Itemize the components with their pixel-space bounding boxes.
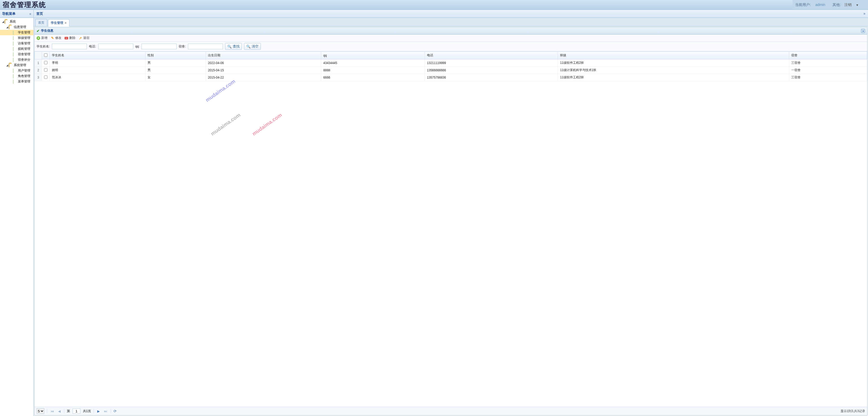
tree-node-班级管理[interactable]: 班级管理 — [0, 35, 33, 41]
content-title: ✔ 学生信息 — [36, 29, 53, 33]
watermark: mudaima.com — [251, 112, 283, 137]
folder-icon — [9, 63, 9, 67]
collapse-sidebar-icon[interactable]: « — [29, 12, 31, 16]
breadcrumb: 首页 — [36, 11, 43, 16]
file-icon — [13, 80, 13, 84]
dorm-input[interactable] — [188, 43, 223, 49]
breadcrumb-bar: 首页 » — [34, 10, 868, 18]
panel-collapse-button[interactable]: ▴ — [861, 29, 865, 33]
add-button[interactable]: +新增 — [36, 36, 48, 40]
qq-input[interactable] — [142, 43, 177, 49]
tree-label: 损耗管理 — [18, 47, 30, 51]
clear-button[interactable]: 🔍清空 — [244, 43, 261, 50]
search-bar: 学生姓名: 电话: qq: 宿舍: 🔍查找 🔍清空 — [34, 42, 867, 51]
content-panel: ✔ 学生信息 ▴ +新增 ✎修改 −删除 ↗退宿 学生姓名: 电话: qq: 宿… — [34, 27, 867, 415]
watermark: mudaima.com — [205, 78, 237, 103]
tab-首页[interactable]: 首页 — [35, 19, 47, 26]
tree-node-用户管理[interactable]: 用户管理 — [0, 68, 33, 73]
column-header[interactable]: qq — [321, 52, 425, 59]
tree-label: 班级管理 — [18, 36, 30, 40]
add-icon: + — [36, 36, 40, 40]
file-icon — [13, 47, 13, 51]
column-header[interactable]: 性别 — [146, 52, 206, 59]
tree-node-系统[interactable]: ◢系统 — [0, 19, 33, 24]
tree-node-宿舍管理[interactable]: 宿舍管理 — [0, 52, 33, 57]
column-header[interactable]: 电话 — [425, 52, 558, 59]
tree-label: 学生管理 — [18, 30, 30, 35]
column-header[interactable]: 出生日期 — [206, 52, 321, 59]
prev-page-button[interactable]: ◀ — [57, 409, 61, 413]
data-grid: 学生姓名性别出生日期qq电话班级宿舍 1李明男2022-04-064343444… — [34, 51, 867, 81]
collapse-right-icon[interactable]: » — [863, 11, 865, 16]
watermark: mudaima.com — [210, 112, 242, 137]
tree-node-损耗管理[interactable]: 损耗管理 — [0, 46, 33, 52]
page-label: 第 — [67, 409, 70, 413]
search-button[interactable]: 🔍查找 — [225, 43, 242, 50]
phone-input[interactable] — [98, 43, 133, 49]
content-header: ✔ 学生信息 ▴ — [34, 27, 867, 34]
column-header[interactable]: 宿舍 — [789, 52, 867, 59]
row-checkbox[interactable] — [44, 68, 48, 71]
dorm-label: 宿舍: — [179, 44, 186, 49]
table-row[interactable]: 3范冰冰女2015-04-2266661357579883611级软件工程2班三… — [35, 74, 867, 81]
app-header: 宿舍管理系统 当前用户: admin 其他: 注销 ▾ — [0, 0, 868, 10]
tree-node-学生管理[interactable]: 学生管理 — [0, 30, 33, 35]
pencil-icon: ✎ — [51, 36, 54, 40]
current-user: admin — [815, 3, 825, 7]
last-page-button[interactable]: ⏭ — [103, 409, 108, 413]
column-header[interactable]: 班级 — [558, 52, 789, 59]
select-all-checkbox[interactable] — [44, 53, 48, 57]
table-row[interactable]: 1李明男2022-04-06434344451321111999911级软件工程… — [35, 59, 867, 67]
expand-arrow-icon[interactable]: ◢ — [6, 64, 9, 67]
tree-label: 系统管理 — [14, 63, 26, 67]
table-row[interactable]: 2姚明男2015-04-1588881356666666611级计算机科学与技术… — [35, 67, 867, 74]
file-icon — [13, 41, 13, 46]
pager-left: 5 ⏮ ◀ 第 共1页 ▶ ⏭ ⟳ — [36, 408, 117, 414]
next-page-button[interactable]: ▶ — [96, 409, 101, 413]
row-checkbox[interactable] — [44, 76, 48, 79]
tree-label: 角色管理 — [18, 74, 30, 78]
edit-button[interactable]: ✎修改 — [51, 36, 61, 40]
expand-arrow-icon[interactable]: ◢ — [6, 26, 9, 29]
pager: 5 ⏮ ◀ 第 共1页 ▶ ⏭ ⟳ 显示1到3,共3记录 — [34, 407, 867, 415]
tab-strip: 首页学生管理✕ — [34, 18, 868, 26]
checkout-button[interactable]: ↗退宿 — [79, 36, 89, 40]
expand-arrow-icon[interactable]: ◢ — [2, 20, 5, 23]
row-checkbox[interactable] — [44, 61, 48, 64]
grid-wrap: 学生姓名性别出生日期qq电话班级宿舍 1李明男2022-04-064343444… — [34, 51, 867, 407]
delete-button[interactable]: −删除 — [65, 36, 75, 40]
tree-node-角色管理[interactable]: 角色管理 — [0, 73, 33, 79]
app-logo: 宿舍管理系统 — [0, 0, 46, 9]
folder-icon — [9, 25, 9, 29]
refresh-button[interactable]: ⟳ — [114, 409, 117, 413]
page-size-select[interactable]: 5 — [36, 408, 44, 414]
tree-label: 菜单管理 — [18, 79, 30, 84]
file-icon — [13, 36, 13, 40]
tree-node-信息管理[interactable]: ◢信息管理 — [0, 24, 33, 30]
minus-icon: − — [65, 37, 68, 39]
check-icon: ✔ — [36, 29, 40, 33]
tree-node-系统管理[interactable]: ◢系统管理 — [0, 62, 33, 68]
tab-学生管理[interactable]: 学生管理✕ — [48, 19, 69, 26]
sidebar: 导航菜单 « ◢系统◢信息管理学生管理班级管理访客管理损耗管理宿舍管理宿舍评分◢… — [0, 10, 34, 416]
file-icon — [13, 58, 13, 62]
tree-label: 系统 — [9, 20, 16, 24]
search-icon: 🔍 — [227, 44, 232, 49]
logout-button[interactable]: 注销 ▾ — [844, 3, 862, 7]
page-input[interactable] — [72, 409, 81, 414]
total-pages: 共1页 — [83, 409, 91, 413]
nav-tree: ◢系统◢信息管理学生管理班级管理访客管理损耗管理宿舍管理宿舍评分◢系统管理用户管… — [0, 18, 33, 416]
tree-node-宿舍评分[interactable]: 宿舍评分 — [0, 57, 33, 62]
file-icon — [13, 31, 13, 35]
file-icon — [13, 74, 13, 78]
first-page-button[interactable]: ⏮ — [50, 409, 55, 413]
qq-label: qq: — [135, 44, 140, 48]
tree-label: 宿舍评分 — [18, 58, 30, 62]
name-input[interactable] — [52, 43, 87, 49]
tree-node-菜单管理[interactable]: 菜单管理 — [0, 79, 33, 84]
column-header[interactable]: 学生姓名 — [50, 52, 146, 59]
clear-icon: 🔍 — [246, 44, 251, 49]
tree-label: 访客管理 — [18, 41, 30, 46]
close-tab-icon[interactable]: ✕ — [65, 22, 67, 24]
tree-node-访客管理[interactable]: 访客管理 — [0, 41, 33, 46]
